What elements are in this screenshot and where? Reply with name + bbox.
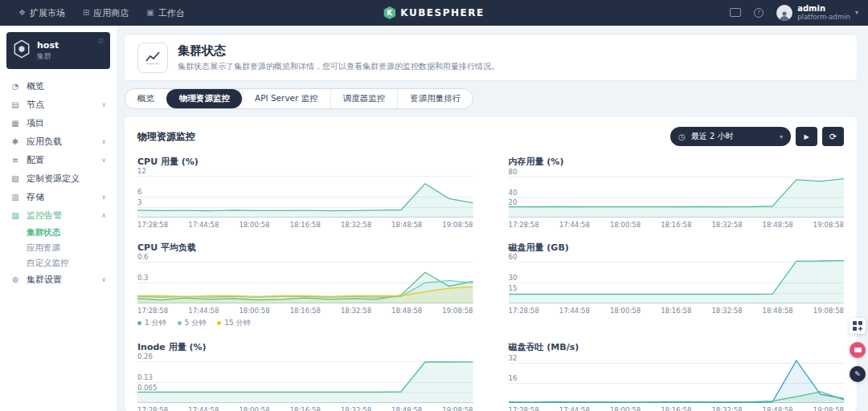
charts-grid: CPU 用量 (%)126317:28:5817:44:5818:00:5818… [137,156,844,411]
sidebar-item-label: 概览 [27,80,44,92]
app-store-icon: ⊞ [83,9,89,17]
tab-overview[interactable]: 概览 [125,89,166,108]
topbar-item-workbench[interactable]: ▣工作台 [137,0,193,26]
help-icon[interactable]: ? [754,8,764,18]
topbar-item-label: 应用商店 [93,7,129,19]
x-tick-label: 19:08:58 [813,307,844,315]
x-tick-label: 17:44:58 [188,307,219,315]
chevron-down-icon: ▾ [780,133,783,140]
chart-disk-usage: 磁盘用量 (GB)60301517:28:5817:44:5818:00:581… [509,242,845,328]
favorite-star-icon[interactable]: ☆ [97,36,104,45]
chart-inode-usage: Inode 用量 (%)0.260.130.06517:28:5817:44:5… [137,341,473,411]
sidebar-subitem-cluster-status[interactable]: 集群状态 [6,225,110,240]
sidebar-item-storage[interactable]: ▥存储∨ [6,188,110,206]
topbar-item-app-store[interactable]: ⊞应用商店 [74,0,137,26]
chart-title: 磁盘用量 (GB) [509,242,845,254]
sidebar-item-configuration[interactable]: ≡配置∨ [6,151,110,169]
sidebar-item-overview[interactable]: ◔概览 [6,77,110,96]
x-tick-label: 18:00:58 [239,221,269,229]
x-tick-label: 18:48:58 [763,406,793,411]
floating-widgets: ✎ [850,318,866,382]
nodes-icon: ▤ [10,101,20,109]
chart-title: 内存用量 (%) [509,156,845,168]
x-tick-label: 18:00:58 [610,307,641,315]
sidebar-item-nodes[interactable]: ▤节点∨ [6,96,110,114]
autorefresh-play-button[interactable]: ▶ [796,127,817,146]
user-meta: admin platform-admin [797,4,850,21]
x-tick-label: 17:28:58 [509,406,539,411]
cluster-hexagon-icon [13,39,31,62]
tab-physical-resources[interactable]: 物理资源监控 [166,89,242,108]
x-axis-labels: 17:28:5817:44:5818:00:5818:16:5818:32:58… [509,307,845,315]
x-tick-label: 17:44:58 [559,406,590,411]
feedback-button[interactable] [850,342,866,358]
overview-icon: ◔ [10,83,20,91]
cluster-status-icon [137,43,168,73]
avatar [776,5,792,21]
monitoring-icon: ▨ [10,212,20,220]
kubesphere-logo[interactable]: K KUBESPHERE [383,0,484,26]
chart-title: 磁盘吞吐 (MB/s) [509,341,845,353]
legend-dot-icon [217,321,221,325]
chevron-down-icon: ∨ [101,276,106,283]
tab-api-server[interactable]: API Server 监控 [242,89,330,108]
sidebar-item-label: 项目 [27,117,44,129]
x-tick-label: 18:32:58 [341,221,371,229]
user-menu[interactable]: admin platform-admin ▾ [776,4,858,21]
kubesphere-app: ❖扩展市场⊞应用商店▣工作台 K KUBESPHERE ? admin plat… [0,0,868,411]
chevron-down-icon: ∨ [101,138,106,145]
page-header: 集群状态 集群状态展示了集群资源的概览和详情，您可以查看集群资源的监控数据和用量… [125,35,857,80]
sidebar-item-cluster-settings[interactable]: ⊛集群设置∨ [6,271,110,289]
widgets-grid-button[interactable] [850,318,866,334]
chart-plot: 0.60.3 [137,258,473,303]
tab-usage-ranking[interactable]: 资源用量排行 [397,89,473,108]
cluster-selector[interactable]: host 集群 ☆ [6,32,110,69]
refresh-button[interactable]: ⟳ [822,127,844,146]
x-tick-label: 17:28:58 [137,406,168,411]
kubesphere-logo-icon: K [383,6,395,19]
x-tick-label: 18:00:58 [239,307,269,315]
x-tick-label: 18:48:58 [763,307,793,315]
chevron-down-icon: ∨ [101,101,106,108]
x-tick-label: 18:16:58 [290,221,321,229]
sidebar-item-workloads[interactable]: ✱应用负载∨ [6,132,110,151]
x-tick-label: 18:48:58 [391,307,422,315]
tabs-row: 概览物理资源监控API Server 监控调度器监控资源用量排行 [125,88,857,109]
x-tick-label: 18:16:58 [290,406,321,411]
chevron-up-icon: ∧ [101,212,106,219]
sidebar-item-crds[interactable]: ▧定制资源定义 [6,169,110,188]
workloads-icon: ✱ [10,138,20,146]
sidebar-subitem-app-resources[interactable]: 应用资源 [6,240,110,255]
page-title: 集群状态 [178,43,499,59]
console-icon[interactable] [730,8,741,17]
chart-plot: 3216 [509,358,845,403]
chart-cpu-load-average: CPU 平均负载0.60.317:28:5817:44:5818:00:5818… [137,242,473,328]
x-axis-labels: 17:28:5817:44:5818:00:5818:16:5818:32:58… [137,406,473,411]
sidebar-item-projects[interactable]: ▦项目 [6,114,110,132]
x-tick-label: 17:28:58 [137,307,168,315]
x-tick-label: 18:00:58 [610,406,641,411]
x-tick-label: 19:08:58 [442,406,473,411]
topbar-nav: ❖扩展市场⊞应用商店▣工作台 [10,0,194,26]
x-tick-label: 17:44:58 [559,307,590,315]
topbar-right: ? admin platform-admin ▾ [730,4,858,21]
time-range-select[interactable]: ◷ 最近 2 小时 ▾ [670,127,791,146]
x-tick-label: 19:08:58 [442,307,473,315]
tab-scheduler[interactable]: 调度器监控 [330,89,398,108]
legend-dot-icon [137,321,141,325]
sidebar-item-label: 监控告警 [27,210,62,222]
x-tick-label: 18:32:58 [341,406,371,411]
assistant-button[interactable]: ✎ [850,366,866,382]
sidebar-subitem-custom-monitoring[interactable]: 自定义监控 [6,255,110,271]
sidebar-menu: ◔概览▤节点∨▦项目✱应用负载∨≡配置∨▧定制资源定义▥存储∨▨监控告警∧集群状… [6,77,110,289]
sidebar-item-monitoring[interactable]: ▨监控告警∧ [6,206,110,225]
layout: host 集群 ☆ ◔概览▤节点∨▦项目✱应用负载∨≡配置∨▧定制资源定义▥存储… [0,26,868,411]
legend-item: 1 分钟 [137,318,166,328]
x-axis-labels: 17:28:5817:44:5818:00:5818:16:5818:32:58… [137,307,473,315]
x-tick-label: 17:44:58 [559,221,590,229]
tabs: 概览物理资源监控API Server 监控调度器监控资源用量排行 [125,88,473,109]
topbar-item-extension-market[interactable]: ❖扩展市场 [10,0,74,26]
page-header-text: 集群状态 集群状态展示了集群资源的概览和详情，您可以查看集群资源的监控数据和用量… [178,43,499,72]
crd-icon: ▧ [10,175,20,183]
chevron-down-icon: ∨ [101,193,106,201]
